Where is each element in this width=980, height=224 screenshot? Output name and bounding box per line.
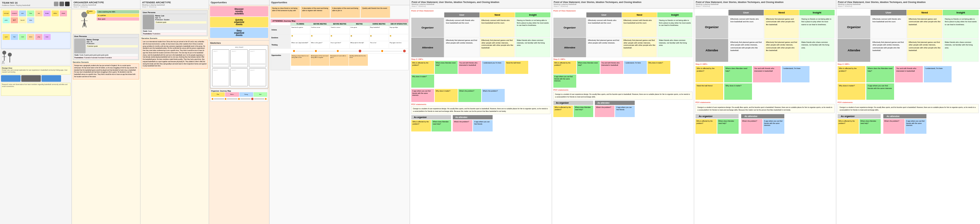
pov-pov-label: Point of View Statement [411, 10, 550, 12]
dot-3 [337, 50, 339, 52]
full-right-org-need: Effectively find planned games and commu… [907, 16, 943, 38]
full-as-org-col: As organizer Who is affected by the prob… [695, 114, 738, 134]
pov-right-att-user: Effectively find planned games and find … [586, 38, 622, 57]
dot-line-5 [384, 51, 402, 51]
tool-icon-3[interactable] [65, 2, 70, 6]
journey-line-3 [240, 99, 251, 99]
full-att-user: Effectively find planned games and find … [729, 39, 764, 62]
full-right-hmw-3: You and with friends who interested in b… [895, 66, 923, 82]
pov-header-insight: Insight [515, 13, 550, 17]
full-right-org-persona: Organizer [838, 16, 870, 38]
pov-right-as-org: As organizer Who is affected by the prob… [554, 101, 593, 117]
tool-icon-2[interactable] [59, 2, 64, 6]
emotion-cell-4: 😄 [350, 34, 369, 41]
sketch-cell-2: sketch 2 [230, 50, 248, 67]
journey-dots-row [271, 49, 408, 54]
opp-sticky-4: Quickly add friends from the event [361, 6, 390, 18]
design-stickies-2: sport find meet share play team [2, 34, 70, 40]
thinking-cell-1: Where can I play basketball? [290, 41, 310, 48]
hmw-sticky-3: You and with friends who interested in b… [458, 61, 481, 74]
full-as-att-label: As attendee [741, 114, 784, 118]
full-right-pov-stmt-label: POV statements [838, 101, 979, 103]
row-label-emotions: Emotions [271, 34, 290, 41]
right-hmw-3: You and with friends who interested in b… [600, 61, 623, 74]
pov-right-table: User Need Insight Organizer Effectively … [554, 13, 692, 57]
attendee-avatar [143, 15, 154, 29]
panel-organizer: ORGANIZER ARCHETYPE Meeting a playing ba… [72, 0, 140, 224]
sticky-item: ideate [60, 10, 67, 16]
panel-team: TEAM NO 16 Audience Name: Playing basket… [0, 0, 72, 224]
full-hmw-2: Where does Attendee need help? [724, 66, 752, 82]
full-right-att-user: Effectively find planned games and find … [870, 39, 907, 62]
as-org-stickies: Who is affected by the problem? Where do… [411, 120, 451, 131]
pov-left-title: Point of View Statement, User Stories, I… [412, 1, 550, 3]
opportunity-stickies: Having no close friend or not being able… [270, 6, 409, 18]
sketch-cell-4: sketch 4 [212, 68, 229, 86]
sketch-cell-1: sketch 1 [212, 50, 229, 67]
tool-icon-1[interactable] [54, 2, 59, 6]
full-right-hmw-2: Where does the Attendee need help? [866, 66, 894, 82]
full-right-att-insight: Make friends who share common interests,… [943, 39, 979, 62]
phase-planning: PLANNING [290, 22, 310, 26]
row-label-actions: Actions [271, 26, 290, 34]
hmw-sticky-2: Where does Attendee need help? [435, 61, 458, 74]
journey-row-thinking: Thinking Where can I play basketball? Wh… [271, 41, 408, 49]
blue-block-1 [1, 75, 21, 82]
attendee-week: Week 4 · Workshop [142, 6, 207, 8]
full-hmw-4: I understand, I'm here [782, 66, 810, 82]
action-cell-4: Joins game [350, 26, 369, 34]
journey-dot-3 [238, 98, 240, 100]
sticky-item: meet [19, 34, 26, 40]
organizer-goals: Goals: Goals of goals goals goals goals … [74, 54, 138, 56]
pov-persona-att: Attendee [411, 38, 444, 57]
journey-phase-plan: Plan [211, 92, 225, 97]
thinking-cell-2: When is the game? [310, 41, 329, 48]
opp-cell-3: Description of event able to join in [329, 54, 348, 66]
pov-persona-org: Organizer [411, 18, 444, 37]
pov-header-need: Need [480, 13, 515, 17]
row-label-opp: Opportunities [271, 54, 290, 70]
full-pov-left-title: Point of View Statement, User Stories, I… [696, 1, 834, 3]
org-journey-label: Organizer Journey Map [211, 90, 267, 92]
journey-dot-main [251, 98, 253, 100]
hmw-stickies-2: A app where you can find friends with th… [411, 89, 550, 102]
right-org-s2: Where does Attendee need help? [574, 106, 593, 117]
dot-line-3 [339, 51, 358, 51]
full-empty [695, 10, 728, 15]
organizer-week: Week 4 · Workshop [73, 6, 138, 8]
sketches-title: Sketches [210, 42, 268, 45]
journey-line [214, 99, 224, 99]
right-org-s1: Who is affected by the problem? [554, 106, 573, 117]
sketch-cell-5: sketch 5 [230, 68, 248, 86]
action-cell-2: Confirms venue [310, 26, 329, 34]
sticky-item: user [19, 10, 26, 16]
full-right-org-s1: Who is affected by the problem? [838, 119, 859, 134]
as-organizer-label: As organizer [411, 115, 451, 119]
opp-cell-2: A description of the event and being abl… [310, 54, 329, 66]
full-pov-stmt-label: POV statements [695, 101, 835, 103]
panel-journey-large: Opportunities Having no close friend or … [269, 0, 410, 224]
full-right-hmw-6: A app where you can find friends with th… [866, 83, 894, 100]
full-hmw-need-ball: Need the ball friend [695, 83, 723, 100]
thinking-cell-6: Play again next time [389, 41, 408, 48]
journey-row-emotions: Emotions 😐 😊 😊 😄 😄 😊 [271, 34, 408, 41]
emotion-cell-3: 😊 [329, 34, 349, 41]
sticky-item: research [11, 10, 18, 16]
full-hmw-3: You and with friends who interested in b… [753, 66, 781, 82]
pov-statement-text: George is a student of user experience d… [411, 106, 550, 114]
opp-sticky-3: A description of the event and being abl… [331, 6, 360, 18]
full-right-org-insight: Having no friends or not being able to f… [943, 16, 979, 38]
organizer-quote: Customer quote [87, 45, 138, 47]
hmw-sticky-5: Why does it matter? [411, 75, 434, 88]
opp-cells: Having no close friend or not being able… [290, 54, 408, 70]
pov-right-org-user: Effectively connect with friends who lov… [586, 18, 622, 37]
team-title: TEAM NO 16 [2, 1, 30, 4]
sticky-item: test [35, 10, 43, 16]
full-right-org-user: Effectively connect with friends who lov… [870, 16, 907, 38]
sticky-item: sport [3, 34, 10, 40]
blue-block-3 [41, 75, 61, 82]
pov-statements-label: POV statements [411, 103, 550, 105]
full-att-insight: Make friends who share common interests,… [799, 39, 835, 62]
pov-right-org-need: Effectively connect with friends who lov… [622, 18, 657, 37]
attendee-quote: Customer quote [155, 21, 207, 24]
